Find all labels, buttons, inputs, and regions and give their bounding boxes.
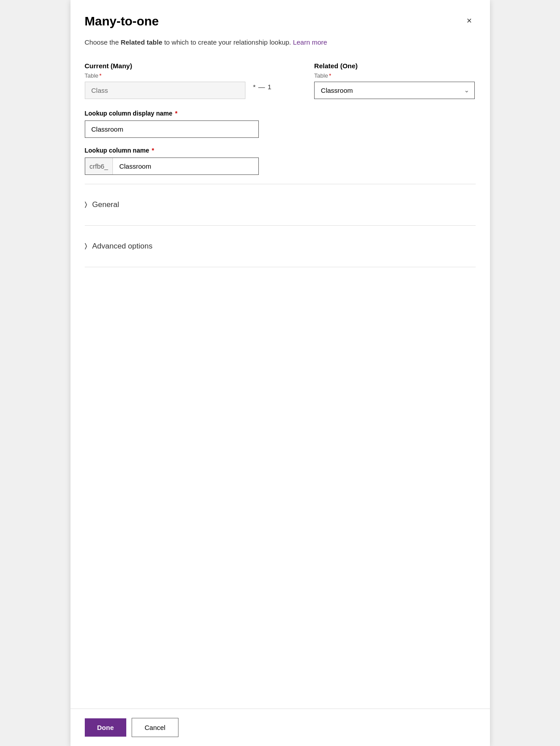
divider-3	[85, 267, 476, 267]
related-table-required: *	[329, 72, 331, 79]
lookup-column-name-input-wrapper: crfb6_	[85, 157, 259, 175]
many-to-one-dialog: Many-to-one × Choose the Related table t…	[71, 0, 490, 746]
connector-dash: —	[258, 83, 265, 91]
general-section-header[interactable]: 〉 General	[85, 200, 476, 209]
current-table-label: Table*	[85, 72, 246, 79]
lookup-column-name-section: Lookup column name * crfb6_	[85, 147, 476, 175]
lookup-display-name-label: Lookup column display name *	[85, 110, 476, 117]
advanced-chevron-icon: 〉	[85, 242, 87, 250]
related-table-select[interactable]: Classroom	[314, 82, 475, 99]
dialog-header: Many-to-one ×	[85, 14, 476, 29]
general-section: 〉 General	[85, 193, 476, 216]
advanced-section-label: Advanced options	[92, 242, 153, 251]
description-text: Choose the Related table to which to cre…	[85, 37, 476, 48]
lookup-display-name-input[interactable]	[85, 120, 259, 138]
related-heading: Related (One)	[314, 62, 475, 70]
current-table-required: *	[100, 72, 102, 79]
connector-star: *	[253, 83, 256, 91]
description-suffix: to which to create your relationship loo…	[162, 38, 291, 46]
advanced-options-section: 〉 Advanced options	[85, 235, 476, 258]
lookup-display-required: *	[173, 110, 177, 117]
lookup-column-prefix: crfb6_	[85, 158, 113, 174]
current-heading: Current (Many)	[85, 62, 246, 70]
dialog-footer: Done Cancel	[71, 709, 490, 746]
divider-1	[85, 184, 476, 184]
dialog-body: Many-to-one × Choose the Related table t…	[71, 0, 490, 709]
dialog-title: Many-to-one	[85, 14, 159, 29]
divider-2	[85, 225, 476, 226]
description-bold: Related table	[120, 38, 162, 46]
advanced-section-header[interactable]: 〉 Advanced options	[85, 242, 476, 251]
relationship-connector: * — 1	[246, 83, 278, 91]
general-section-label: General	[92, 200, 119, 209]
connector-one: 1	[268, 83, 271, 91]
lookup-column-required: *	[150, 147, 154, 154]
description-prefix: Choose the	[85, 38, 121, 46]
general-chevron-icon: 〉	[85, 201, 87, 208]
cancel-button[interactable]: Cancel	[132, 718, 178, 737]
related-table-select-wrapper: Classroom ⌄	[314, 82, 475, 99]
related-table-label: Table*	[314, 72, 475, 79]
lookup-display-name-section: Lookup column display name *	[85, 110, 476, 138]
lookup-column-name-label: Lookup column name *	[85, 147, 476, 154]
lookup-column-name-input[interactable]	[113, 158, 258, 174]
done-button[interactable]: Done	[85, 718, 127, 737]
related-table-section: Related (One) Table* Classroom ⌄	[314, 62, 475, 99]
current-table-section: Current (Many) Table* Class	[85, 62, 246, 99]
learn-more-link[interactable]: Learn more	[293, 38, 327, 46]
tables-row: Current (Many) Table* Class * — 1 Relate…	[85, 62, 476, 99]
close-button[interactable]: ×	[463, 14, 476, 27]
current-table-input: Class	[85, 82, 245, 99]
